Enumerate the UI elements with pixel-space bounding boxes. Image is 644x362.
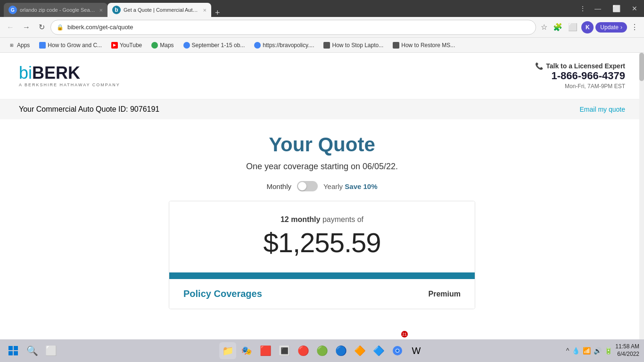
- close-button[interactable]: ✕: [629, 4, 640, 13]
- bookmark-stop-laptop[interactable]: How to Stop Lapto...: [320, 41, 387, 50]
- logo-text: biBERK: [19, 65, 120, 82]
- billing-toggle-container: Monthly Yearly Save 10%: [9, 181, 635, 191]
- page-header: biBERK A BERKSHIRE HATHAWAY COMPANY 📞 Ta…: [0, 53, 644, 99]
- browser-tab-1[interactable]: G orlando zip code - Google Searc... ×: [4, 3, 107, 17]
- coverage-subtitle: One year coverage starting on 06/05/22.: [9, 162, 635, 172]
- taskbar: 🔍 ⬜ 📁 🎭 🟥 🔳 🔴 🟢 🔵 🔶 🔷 21: [0, 339, 644, 362]
- start-button[interactable]: [5, 342, 22, 359]
- address-input[interactable]: [67, 24, 530, 31]
- bookmark-bravopolicy[interactable]: https://bravopolicy....: [250, 41, 318, 50]
- volume-icon[interactable]: 🔊: [594, 347, 602, 354]
- sidebar-button[interactable]: ⬜: [566, 21, 579, 33]
- back-button[interactable]: ←: [4, 21, 17, 33]
- tray-icon-1[interactable]: 💧: [572, 347, 580, 354]
- maximize-button[interactable]: ⬜: [610, 4, 623, 13]
- bookmark-apps[interactable]: ⊞ Apps: [5, 41, 33, 50]
- contact-label: Talk to a Licensed Expert: [546, 62, 625, 70]
- bookmark-apps-label: Apps: [17, 42, 30, 49]
- taskbar-word[interactable]: W: [408, 342, 425, 359]
- taskbar-app-3[interactable]: 🔳: [276, 342, 293, 359]
- update-button[interactable]: Update ›: [595, 22, 627, 33]
- taskbar-app-7[interactable]: 🔶: [351, 342, 368, 359]
- bookmark-youtube[interactable]: ▶ YouTube: [107, 41, 146, 50]
- task-view-button[interactable]: ⬜: [42, 342, 59, 359]
- price-card-top: 12 monthly payments of $1,255.59: [169, 201, 475, 272]
- system-clock[interactable]: 11:58 AM 6/4/2022: [615, 343, 639, 358]
- scrollbar-thumb[interactable]: [639, 53, 644, 81]
- minimize-button[interactable]: —: [592, 4, 604, 13]
- bookmark-how-to-grow[interactable]: How to Grow and C...: [35, 41, 106, 50]
- logo-berk: BERK: [32, 63, 80, 82]
- main-content: Your Quote One year coverage starting on…: [0, 119, 644, 323]
- logo-subtitle: A BERKSHIRE HATHAWAY COMPANY: [19, 82, 120, 87]
- svg-point-6: [396, 349, 399, 352]
- price-card-divider-bar: [169, 272, 475, 279]
- svg-rect-3: [14, 351, 18, 355]
- profile-button[interactable]: K: [581, 21, 594, 33]
- taskbar-right: ^ 💧 📶 🔊 🔋 11:58 AM 6/4/2022: [566, 343, 639, 358]
- tab2-favicon: b: [112, 6, 121, 14]
- windows-icon: [8, 346, 18, 355]
- search-taskbar-button[interactable]: 🔍: [24, 342, 41, 359]
- clock-date: 6/4/2022: [615, 351, 639, 358]
- september-icon: [183, 42, 190, 49]
- how-to-grow-icon: [39, 42, 46, 49]
- browser-tab-2[interactable]: b Get a Quote | Commercial Auto ... ×: [107, 3, 211, 17]
- battery-icon[interactable]: 🔋: [604, 347, 612, 354]
- forward-button[interactable]: →: [20, 21, 33, 33]
- chrome-icon: [393, 346, 402, 355]
- clock-time: 11:58 AM: [615, 343, 639, 351]
- taskbar-center: 📁 🎭 🟥 🔳 🔴 🟢 🔵 🔶 🔷 21 W: [219, 342, 425, 359]
- bookmark-maps-label: Maps: [160, 42, 173, 49]
- tray-expand-icon[interactable]: ^: [566, 347, 570, 354]
- chrome-notification-badge: 21: [401, 331, 408, 337]
- wifi-icon[interactable]: 📶: [583, 347, 591, 354]
- logo-bi: bi: [19, 63, 32, 82]
- apps-icon: ⊞: [8, 42, 15, 49]
- svg-rect-0: [8, 346, 13, 350]
- payment-label: 12 monthly payments of: [179, 215, 465, 224]
- email-quote-link[interactable]: Email my quote: [580, 106, 625, 113]
- bookmark-bravopolicy-label: https://bravopolicy....: [263, 42, 314, 49]
- refresh-button[interactable]: ↻: [36, 21, 48, 33]
- monthly-label: Monthly: [266, 182, 291, 190]
- bookmark-maps[interactable]: Maps: [148, 41, 177, 50]
- contact-info: 📞 Talk to a Licensed Expert 1-866-966-43…: [535, 62, 625, 90]
- bookmark-star-button[interactable]: ☆: [539, 21, 549, 33]
- yearly-text: Yearly: [323, 182, 343, 190]
- update-chevron-icon: ›: [620, 24, 622, 31]
- address-bar[interactable]: 🔒: [50, 20, 536, 35]
- taskbar-explorer[interactable]: 📁: [219, 342, 236, 359]
- restore-ms-icon: [393, 42, 399, 49]
- yearly-label: Yearly Save 10%: [323, 182, 378, 190]
- tab1-favicon: G: [8, 6, 17, 14]
- billing-toggle[interactable]: [297, 181, 318, 191]
- taskbar-chrome[interactable]: 21: [389, 342, 406, 359]
- bookmark-september-label: September 1-15 ob...: [192, 42, 245, 49]
- price-card: 12 monthly payments of $1,255.59 Policy …: [169, 201, 475, 309]
- price-amount: $1,255.59: [179, 227, 465, 258]
- save-badge: Save 10%: [345, 182, 377, 190]
- taskbar-app-6[interactable]: 🔵: [332, 342, 349, 359]
- new-tab-button[interactable]: +: [211, 8, 224, 17]
- extensions-button[interactable]: 🧩: [551, 21, 564, 33]
- scrollbar[interactable]: [639, 53, 644, 339]
- tab1-close[interactable]: ×: [99, 7, 103, 14]
- bravopolicy-icon: [254, 42, 261, 49]
- bookmarks-bar: ⊞ Apps How to Grow and C... ▶ YouTube Ma…: [0, 38, 644, 53]
- taskbar-app-1[interactable]: 🎭: [238, 342, 255, 359]
- menu-button[interactable]: ⋮: [629, 21, 640, 33]
- bookmark-stop-laptop-label: How to Stop Lapto...: [332, 42, 383, 49]
- taskbar-app-8[interactable]: 🔷: [370, 342, 387, 359]
- bookmark-restore-ms[interactable]: How to Restore MS...: [389, 41, 459, 50]
- taskbar-app-5[interactable]: 🟢: [314, 342, 330, 359]
- tab1-title: orlando zip code - Google Searc...: [20, 7, 96, 13]
- bookmark-how-to-grow-label: How to Grow and C...: [48, 42, 102, 49]
- tab2-close[interactable]: ×: [203, 7, 206, 14]
- bookmark-restore-ms-label: How to Restore MS...: [401, 42, 455, 49]
- bookmark-september[interactable]: September 1-15 ob...: [180, 41, 249, 50]
- quote-title: Your Quote: [9, 133, 635, 156]
- taskbar-app-4[interactable]: 🔴: [295, 342, 312, 359]
- tab-overflow-button[interactable]: ⋮: [579, 5, 586, 12]
- taskbar-app-2[interactable]: 🟥: [257, 342, 274, 359]
